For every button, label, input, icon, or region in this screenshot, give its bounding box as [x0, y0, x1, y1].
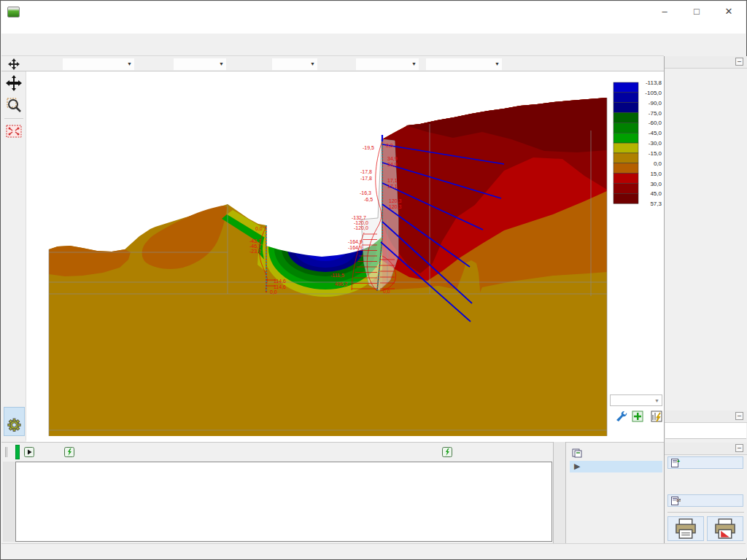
add-image-button[interactable]: +: [667, 456, 743, 469]
deform-combo[interactable]: ▼: [426, 58, 502, 70]
svg-text:57,3: 57,3: [650, 201, 662, 207]
svg-text:0,0: 0,0: [383, 289, 390, 294]
geoquadro-brand-strip: [553, 442, 566, 545]
svg-text:-6,5: -6,5: [364, 197, 373, 202]
analysis-course-button[interactable]: [442, 446, 455, 459]
copy-button[interactable]: [572, 446, 585, 459]
svg-text:-16,3: -16,3: [360, 190, 371, 195]
svg-text:-90,0: -90,0: [649, 100, 662, 106]
valores-combo[interactable]: ▼: [63, 58, 134, 70]
svg-text:-43,7: -43,7: [249, 238, 261, 244]
superficie-combo[interactable]: ▼: [272, 58, 317, 70]
collapse-modes-button[interactable]: –: [735, 58, 743, 66]
svg-text:-17,8: -17,8: [360, 176, 372, 181]
chart-settings-icon[interactable]: [651, 411, 662, 422]
svg-text:-19,5: -19,5: [363, 145, 374, 150]
splitter-handle[interactable]: [5, 447, 7, 457]
app-window: – □ ✕ ▼ ▼ ▼ ▼ ▼: [0, 0, 747, 560]
results-panel-header: –: [665, 443, 747, 455]
analysis-tab[interactable]: [3, 462, 15, 542]
svg-text:496,2: 496,2: [335, 281, 348, 287]
canvas-tool-rail: [1, 71, 26, 440]
svg-text:17,1: 17,1: [387, 184, 398, 189]
svg-text:-120,0: -120,0: [354, 220, 368, 225]
svg-text:0,0: 0,0: [386, 143, 393, 148]
svg-text:114,6: 114,6: [274, 284, 286, 289]
gwt-analyzed-item[interactable]: ▶: [570, 461, 662, 472]
status-bar: [1, 543, 746, 559]
svg-text:-23,2: -23,2: [249, 249, 261, 254]
collapse-results-button[interactable]: –: [735, 444, 743, 452]
svg-text:-120,0: -120,0: [354, 225, 368, 230]
svg-text:45,0: 45,0: [650, 190, 662, 197]
app-icon: [7, 7, 20, 18]
svg-text:15,0: 15,0: [650, 171, 662, 177]
svg-text:-60,0: -60,0: [649, 120, 662, 126]
phase-indicator-bar: [15, 445, 20, 459]
svg-text:17,1: 17,1: [387, 178, 398, 183]
svg-text:120,3: 120,3: [389, 198, 402, 203]
legend-panel-header: –: [665, 411, 747, 423]
add-icon[interactable]: [632, 411, 643, 422]
close-button[interactable]: ✕: [713, 1, 745, 20]
svg-text:-132,7: -132,7: [352, 215, 366, 220]
pan-icon[interactable]: [6, 58, 22, 71]
svg-text:-46,7: -46,7: [249, 244, 261, 249]
svg-text:-75,0: -75,0: [649, 110, 662, 117]
analysis-bottom-panel: [1, 442, 553, 545]
variavel-combo[interactable]: ▼: [174, 58, 226, 70]
svg-text:-15,0: -15,0: [649, 150, 662, 157]
maximize-button[interactable]: □: [681, 1, 713, 20]
adjust-button[interactable]: [64, 446, 77, 459]
svg-text:34,9: 34,9: [387, 156, 398, 161]
svg-text:34,9: 34,9: [387, 162, 398, 167]
svg-text:-111,5: -111,5: [330, 273, 344, 278]
svg-text:114,6: 114,6: [274, 279, 286, 284]
svg-text:18: 18: [676, 498, 681, 502]
main-toolbar: [1, 34, 664, 56]
analysis-canvas[interactable]: 0,0-43,7-46,7-23,2114,6114,60,0-19,5-17,…: [26, 71, 664, 442]
analyze-button[interactable]: [24, 446, 37, 459]
svg-text:-164,9: -164,9: [348, 239, 363, 244]
zoom-tool-button[interactable]: [4, 95, 24, 115]
settings-button[interactable]: [4, 407, 25, 436]
svg-text:-113,8: -113,8: [646, 79, 662, 86]
svg-text:0,0: 0,0: [270, 289, 277, 295]
svg-text:30,0: 30,0: [650, 181, 662, 187]
malha-combo[interactable]: ▼: [356, 58, 419, 70]
svg-text:-45,0: -45,0: [649, 130, 662, 136]
copy-panel: ▶: [566, 442, 664, 545]
svg-text:+: +: [677, 459, 680, 464]
right-sidebar: – – – + 18: [665, 56, 747, 558]
list-images-button[interactable]: 18: [667, 494, 743, 507]
svg-text:-17,8: -17,8: [360, 169, 372, 174]
collapse-legend-button[interactable]: –: [735, 412, 743, 420]
print-preview-button[interactable]: [707, 516, 743, 541]
svg-text:0,0: 0,0: [255, 226, 263, 231]
print-button[interactable]: [667, 516, 704, 541]
svg-text:-30,0: -30,0: [649, 140, 662, 147]
title-bar: [1, 1, 746, 22]
analysis-message-box: [15, 462, 552, 542]
view-toolbar: ▼ ▼ ▼ ▼ ▼: [1, 57, 664, 71]
menu-bar: [1, 22, 746, 34]
wrench-icon[interactable]: [614, 411, 629, 422]
overlay-combo[interactable]: ▼: [610, 394, 662, 406]
svg-text:-164,9: -164,9: [348, 245, 363, 250]
legend-value-box: [665, 423, 746, 439]
svg-text:0,0: 0,0: [654, 160, 662, 167]
pan-tool-button[interactable]: [4, 73, 24, 93]
fit-view-button[interactable]: [4, 121, 24, 141]
modes-panel-header: –: [665, 56, 747, 69]
svg-text:-105,0: -105,0: [645, 90, 662, 96]
svg-text:120,3: 120,3: [389, 204, 402, 209]
minimize-button[interactable]: –: [649, 1, 681, 20]
